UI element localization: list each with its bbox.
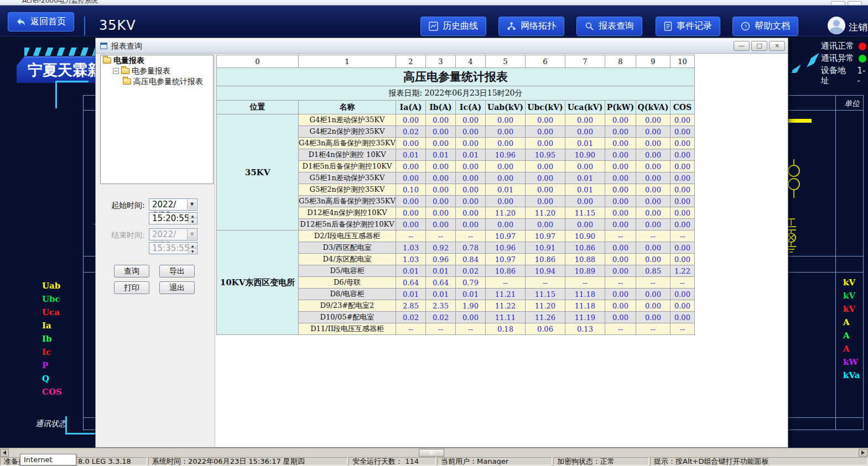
table-row: 35KVG4柜1n差动保护35KV0.000.000.000.000.000.0… (217, 114, 695, 126)
signal-label-p: P (42, 360, 48, 370)
scroll-left-button[interactable] (0, 449, 9, 457)
column-number[interactable]: 1 (299, 55, 396, 68)
os-minimize-button[interactable] (831, 1, 845, 6)
decor-stripes-right (788, 53, 819, 73)
device-name-cell[interactable]: G5柜3n高后备保护测控35KV (299, 196, 396, 207)
dialog-titlebar[interactable]: 报表查询 — □ × (96, 38, 788, 54)
column-number[interactable]: 2 (396, 55, 425, 68)
column-header: Uca(kV) (565, 101, 605, 114)
value-cell: 0.00 (485, 172, 525, 184)
back-home-button[interactable]: 返回首页 (8, 12, 74, 32)
column-number[interactable]: 8 (605, 55, 636, 68)
export-button[interactable]: 导出 (159, 265, 195, 277)
value-cell: 0.00 (455, 219, 485, 231)
value-cell: 0.00 (605, 172, 636, 184)
exit-button[interactable]: 退出 (159, 281, 195, 294)
print-button[interactable]: 打印 (114, 281, 149, 294)
column-number[interactable]: 10 (670, 55, 694, 68)
device-name-cell[interactable]: G5柜2n保护测控35KV (299, 184, 396, 196)
value-cell: -- (455, 231, 485, 242)
device-name-cell[interactable]: D5/电容柜 (299, 265, 396, 277)
column-number[interactable]: 7 (565, 55, 605, 68)
device-name-cell[interactable]: G4柜3n高后备保护测控35KV (299, 138, 396, 149)
device-name-cell[interactable]: D12柜5n后备保护测控10KV (299, 219, 396, 231)
query-button[interactable]: 查询 (114, 265, 149, 277)
signal-label-uca: Uca (42, 307, 60, 317)
value-cell: 0.00 (636, 300, 670, 312)
device-name-cell[interactable]: D12柜4n保护测控10KV (299, 207, 396, 219)
value-cell: 11.18 (565, 300, 605, 312)
value-cell: 0.00 (605, 126, 636, 138)
value-cell: 0.00 (605, 161, 636, 172)
spinner-buttons[interactable]: ▲▼ (188, 213, 196, 223)
column-number[interactable]: 5 (485, 55, 525, 68)
network-topology-button[interactable]: 网络拓扑 (498, 17, 564, 36)
ie-taskbar-item[interactable]: Internet Explorer (20, 454, 76, 465)
value-cell: 0.00 (455, 184, 485, 196)
spin-up-icon: ▲ (189, 213, 196, 218)
device-name-cell[interactable]: D1柜5n后备保护测控10KV (299, 161, 396, 172)
chevron-down-icon[interactable]: ▼ (187, 200, 196, 210)
column-number[interactable]: 0 (217, 55, 299, 68)
column-number[interactable]: 3 (425, 55, 455, 68)
value-cell: -- (670, 323, 694, 335)
horizontal-scrollbar[interactable] (0, 448, 868, 457)
value-cell: -- (396, 231, 425, 242)
value-cell: 0.00 (636, 242, 670, 254)
device-name-cell[interactable]: D6/母联 (299, 277, 396, 289)
value-cell: 0.00 (605, 219, 636, 231)
device-name-cell[interactable]: D2/I段电压互感器柜 (299, 231, 396, 242)
dialog-maximize-button[interactable]: □ (751, 41, 767, 51)
dialog-minimize-button[interactable]: — (734, 41, 750, 51)
column-number[interactable]: 6 (525, 55, 565, 68)
start-time-spinner[interactable]: 15:20:55 ▲▼ (149, 212, 197, 224)
value-cell: 1.22 (670, 265, 694, 277)
os-maximize-button[interactable] (848, 1, 862, 6)
device-name-cell[interactable]: D8/电容柜 (299, 289, 396, 300)
history-curve-button[interactable]: 历史曲线 (420, 17, 486, 36)
value-cell: 0.00 (485, 126, 525, 138)
value-cell: 0.64 (425, 277, 455, 289)
tree-item-level-1[interactable]: −电参量报表 (101, 66, 213, 76)
device-name-cell[interactable]: D3/西区配电室 (299, 242, 396, 254)
triangle-left-icon (3, 451, 6, 455)
device-name-cell[interactable]: D10/05#配电室 (299, 312, 396, 323)
column-header: P(kW) (605, 101, 636, 114)
logout-button[interactable]: 注销 (849, 21, 867, 34)
spinner-buttons: ▲▼ (188, 243, 196, 253)
device-name-cell[interactable]: D4/东区配电室 (299, 254, 396, 265)
value-cell: 0.01 (425, 289, 455, 300)
scrollbar-thumb[interactable] (419, 449, 444, 457)
value-cell: -- (670, 231, 694, 242)
nav-button-label: 事件记录 (677, 20, 712, 32)
scroll-right-button[interactable] (859, 449, 867, 457)
value-cell: 0.64 (396, 277, 425, 289)
device-address-value: 1-- (857, 66, 868, 86)
tree-item-level-2[interactable]: 高压电参量统计报表 (101, 76, 213, 87)
user-avatar-icon[interactable] (828, 17, 845, 34)
dialog-close-button[interactable]: × (769, 41, 785, 51)
column-number[interactable]: 9 (636, 55, 670, 68)
tree-item-level-0[interactable]: 电量报表 (101, 55, 213, 66)
circuit-symbols (786, 159, 810, 261)
value-cell: 0.00 (455, 172, 485, 184)
device-name-cell[interactable]: D11/II段电压互感器柜 (299, 323, 396, 335)
value-cell: 0.00 (636, 184, 670, 196)
value-cell: 10.97 (485, 254, 525, 265)
start-date-combobox[interactable]: 2022/ 6/23 ▼ (149, 198, 197, 211)
dialog-title: 报表查询 (111, 41, 142, 51)
device-name-cell[interactable]: G4柜1n差动保护35KV (299, 114, 396, 126)
signal-label-cos: COS (42, 387, 62, 397)
device-name-cell[interactable]: D9/23#配电室2 (299, 300, 396, 312)
device-name-cell[interactable]: G5柜1n差动保护35KV (299, 172, 396, 184)
value-cell: 10.94 (525, 265, 565, 277)
help-doc-button[interactable]: ?帮助文档 (732, 17, 798, 36)
status-system-time: 系统时间：2022年06月23日 15:36:17 星期四 (148, 457, 347, 465)
report-query-button[interactable]: 报表查询 (576, 17, 642, 36)
event-record-button[interactable]: 事件记录 (656, 17, 720, 36)
device-name-cell[interactable]: G4柜2n保护测控35KV (299, 126, 396, 138)
tree-expander-icon[interactable]: − (113, 68, 119, 74)
column-number[interactable]: 4 (455, 55, 485, 68)
value-cell: 0.00 (605, 207, 636, 219)
device-name-cell[interactable]: D1柜4n保护测控 10KV (299, 149, 396, 161)
